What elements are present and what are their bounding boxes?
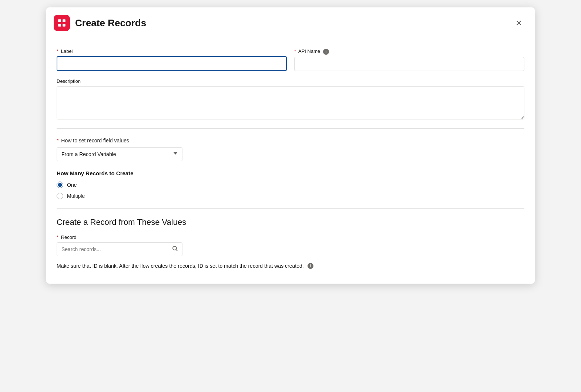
modal-title: Create Records [75, 17, 146, 29]
label-api-row: * Label * API Name i [57, 48, 524, 71]
info-text-row: Make sure that ID is blank. After the fl… [57, 263, 524, 269]
svg-rect-1 [63, 19, 66, 22]
close-icon [515, 19, 523, 27]
label-required-star: * [57, 48, 58, 54]
label-group: * Label [57, 48, 287, 71]
radio-multiple-input[interactable] [57, 193, 63, 199]
create-records-modal: Create Records * Label * API Name [46, 7, 535, 284]
radio-option-multiple[interactable]: Multiple [57, 193, 524, 199]
record-field-values-label: * How to set record field values [57, 138, 524, 143]
api-name-label: * API Name i [294, 48, 524, 55]
radio-one-input[interactable] [57, 182, 63, 188]
modal-header: Create Records [46, 7, 535, 38]
how-many-records-title: How Many Records to Create [57, 170, 524, 176]
svg-rect-3 [63, 24, 66, 27]
api-name-group: * API Name i [294, 48, 524, 71]
description-group: Description [57, 78, 524, 119]
api-name-info-icon[interactable]: i [323, 49, 329, 55]
svg-rect-0 [58, 19, 61, 22]
record-field-values-select[interactable]: From a Record Variable Use separate reso… [57, 147, 182, 161]
api-name-input[interactable] [294, 57, 524, 71]
modal-body: * Label * API Name i Description [46, 38, 535, 269]
record-search-group: * Record [57, 234, 524, 256]
radio-one-label: One [67, 182, 77, 188]
label-input[interactable] [57, 56, 287, 71]
record-field-values-select-wrapper: From a Record Variable Use separate reso… [57, 147, 182, 161]
how-many-records-section: How Many Records to Create One Multiple [57, 170, 524, 199]
record-field-values-group: * How to set record field values From a … [57, 138, 524, 161]
record-search-label: * Record [57, 234, 524, 240]
create-record-section-heading: Create a Record from These Values [57, 217, 524, 227]
rfv-required-star: * [57, 138, 58, 143]
record-search-input[interactable] [57, 242, 182, 256]
close-button[interactable] [513, 17, 524, 28]
record-search-wrapper [57, 242, 182, 256]
svg-rect-2 [58, 24, 61, 27]
record-required-star: * [57, 234, 58, 240]
api-required-star: * [294, 48, 296, 54]
label-field-label: * Label [57, 48, 287, 54]
description-textarea[interactable] [57, 86, 524, 119]
info-text-icon[interactable]: i [308, 263, 313, 269]
header-left: Create Records [54, 15, 146, 31]
divider-2 [57, 208, 524, 209]
app-icon [54, 15, 70, 31]
divider-1 [57, 128, 524, 129]
create-record-section: Create a Record from These Values * Reco… [57, 217, 524, 269]
radio-multiple-label: Multiple [67, 193, 85, 199]
app-icon-svg [57, 18, 67, 28]
description-label: Description [57, 78, 524, 84]
radio-option-one[interactable]: One [57, 182, 524, 188]
info-text-content: Make sure that ID is blank. After the fl… [57, 263, 304, 269]
